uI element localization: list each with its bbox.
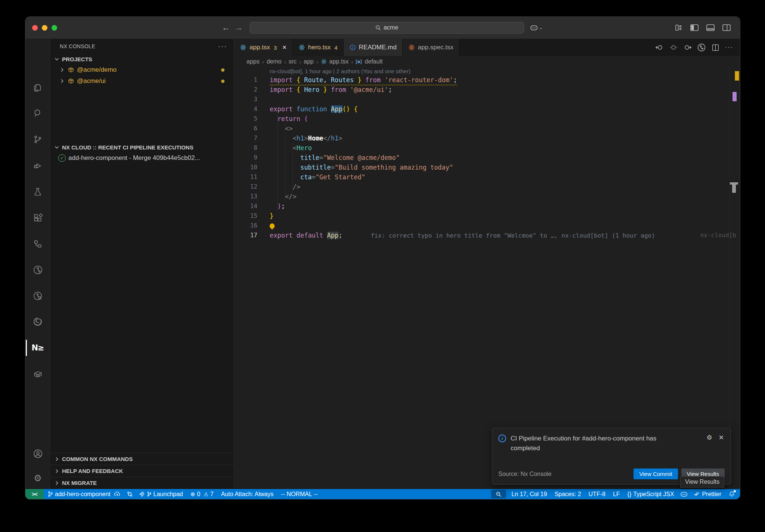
- copilot-status-item[interactable]: [678, 489, 690, 499]
- encoding-item[interactable]: UTF-8: [585, 489, 609, 499]
- breadcrumb-item[interactable]: demo: [267, 58, 282, 65]
- project-item-acme-demo[interactable]: @acme/demo: [50, 64, 234, 75]
- info-icon: [349, 44, 356, 51]
- indent-guide: [292, 143, 293, 192]
- view-commit-button[interactable]: View Commit: [634, 468, 678, 479]
- account-icon[interactable]: [25, 445, 50, 463]
- tab-app-spec-tsx[interactable]: app.spec.tsx: [403, 39, 459, 56]
- section-nx-migrate[interactable]: NX MIGRATE: [50, 477, 234, 489]
- command-center-search[interactable]: acme: [250, 22, 524, 34]
- history-forward-icon[interactable]: →: [232, 23, 245, 33]
- gear-icon[interactable]: ⚙: [707, 434, 712, 454]
- vim-mode-status-item[interactable]: -- NORMAL --: [277, 489, 321, 499]
- compare-status-item[interactable]: [124, 489, 135, 499]
- notifications-bell-item[interactable]: [725, 489, 740, 499]
- code-line[interactable]: 16: [234, 221, 740, 231]
- eol-item[interactable]: LF: [609, 489, 624, 499]
- nx-console-icon[interactable]: N≥: [25, 339, 50, 357]
- search-value: acme: [384, 24, 398, 31]
- extensions-icon[interactable]: [25, 209, 50, 227]
- container-icon[interactable]: [25, 365, 50, 383]
- projects-section-header[interactable]: PROJECTS: [50, 54, 234, 64]
- code-line[interactable]: 8 <Hero: [234, 143, 740, 153]
- remote-indicator[interactable]: ><: [25, 489, 44, 499]
- launchpad-status-item[interactable]: Launchpad: [135, 489, 187, 499]
- pipeline-execution-item[interactable]: ✓ add-hero-component - Merge 409b44e5cb0…: [50, 152, 234, 164]
- split-editor-icon[interactable]: [712, 44, 719, 52]
- code-line[interactable]: 3: [234, 95, 740, 104]
- section-common-nx-commands[interactable]: COMMON NX COMMANDS: [50, 453, 234, 465]
- gear-icon[interactable]: ⚙: [25, 469, 50, 487]
- indentation-item[interactable]: Spaces: 2: [551, 489, 585, 499]
- auto-attach-label: Auto Attach: Always: [221, 491, 274, 498]
- toggle-secondary-sidebar-icon[interactable]: [722, 24, 731, 31]
- lightbulb-icon[interactable]: [270, 223, 275, 228]
- code-line[interactable]: 2import { Hero } from '@acme/ui';: [234, 85, 740, 95]
- branch-status-item[interactable]: add-hero-component: [44, 489, 124, 499]
- cursor-position-label: Ln 17, Col 19: [511, 491, 547, 498]
- indent-guide: [285, 124, 285, 201]
- auto-attach-status-item[interactable]: Auto Attach: Always: [217, 489, 278, 499]
- layout-customize-icon[interactable]: [675, 24, 683, 31]
- copilot-menu-button[interactable]: ⌄: [530, 25, 542, 31]
- run-debug-icon[interactable]: [25, 157, 50, 175]
- gitlens-forward-icon[interactable]: [683, 44, 691, 51]
- breadcrumb-item[interactable]: apps: [247, 58, 260, 65]
- code-line[interactable]: 14 );: [234, 201, 740, 211]
- more-actions-icon[interactable]: ···: [218, 43, 227, 50]
- code-line[interactable]: 1import { Route, Routes } from 'react-ro…: [234, 75, 740, 85]
- testing-icon[interactable]: [25, 183, 50, 201]
- history-back-icon[interactable]: ←: [220, 23, 232, 33]
- toggle-sidebar-icon[interactable]: [690, 24, 699, 31]
- code-line[interactable]: 5 return (: [234, 114, 740, 124]
- close-icon[interactable]: ✕: [282, 44, 287, 51]
- code-line[interactable]: 11 cta="Get Started": [234, 172, 740, 182]
- search-icon[interactable]: [25, 104, 50, 122]
- cursor-position-item[interactable]: Ln 17, Col 19: [508, 489, 551, 499]
- breadcrumb-item[interactable]: app: [304, 58, 314, 65]
- sidebar-nx-console: NX CONSOLE ··· PROJECTS @: [50, 39, 234, 489]
- source-control-icon[interactable]: [25, 130, 50, 148]
- language-mode-item[interactable]: {} TypeScript JSX: [624, 489, 678, 499]
- code-line[interactable]: 15}: [234, 211, 740, 221]
- more-actions-icon[interactable]: ···: [725, 44, 733, 51]
- toggle-panel-icon[interactable]: [706, 24, 715, 31]
- code-line[interactable]: 12 />: [234, 182, 740, 192]
- chevron-right-icon: [59, 67, 65, 73]
- close-icon[interactable]: ✕: [719, 434, 724, 454]
- formatter-status-item[interactable]: ✓✓ Prettier: [690, 489, 725, 499]
- screencast-zoom-item[interactable]: [491, 490, 506, 498]
- code-editor[interactable]: nx-cloud[bot], 1 hour ago | 2 authors (Y…: [234, 67, 740, 489]
- section-help-and-feedback[interactable]: HELP AND FEEDBACK: [50, 465, 234, 477]
- zoom-window-button[interactable]: [52, 25, 57, 31]
- tab-hero-tsx[interactable]: hero.tsx 4: [293, 39, 344, 56]
- problems-status-item[interactable]: ⊗ 0 ⚠ 7: [187, 489, 217, 499]
- code-line[interactable]: 7 <h1>Home</h1>: [234, 133, 740, 143]
- code-line[interactable]: 6 <>: [234, 124, 740, 133]
- breadcrumb-item[interactable]: src: [289, 58, 297, 65]
- code-line[interactable]: 17export default App;fix: correct typo i…: [234, 231, 740, 240]
- project-item-acme-ui[interactable]: @acme/ui: [50, 75, 234, 87]
- minimize-window-button[interactable]: [42, 25, 47, 31]
- breadcrumb-separator: ›: [351, 59, 353, 65]
- code-line[interactable]: 13 </>: [234, 192, 740, 201]
- project-graph-icon[interactable]: [25, 235, 50, 253]
- gitlens-icon[interactable]: [25, 261, 50, 279]
- gitlens-back-icon[interactable]: [656, 44, 664, 51]
- breadcrumb-separator: ›: [299, 59, 301, 65]
- code-line[interactable]: 10 subtitle="Build something amazing tod…: [234, 163, 740, 172]
- breadcrumb-item[interactable]: default: [365, 58, 382, 65]
- explorer-icon[interactable]: [25, 79, 50, 97]
- close-window-button[interactable]: [32, 25, 38, 31]
- gitlens-inspect-icon[interactable]: [25, 287, 50, 305]
- tab-app-tsx[interactable]: app.tsx 3 ✕: [234, 39, 293, 56]
- gitlens-current-icon[interactable]: [669, 44, 678, 51]
- tab-readme-md[interactable]: README.md: [344, 39, 403, 56]
- code-line[interactable]: 4export function App() {: [234, 104, 740, 114]
- code-line[interactable]: 9 title="Welcome @acme/demo": [234, 153, 740, 163]
- commit-graph-icon[interactable]: [697, 43, 706, 52]
- overview-ruler[interactable]: [730, 67, 740, 489]
- edge-browser-icon[interactable]: [25, 313, 50, 331]
- breadcrumb-item[interactable]: app.tsx: [329, 58, 349, 65]
- nx-cloud-section-header[interactable]: NX CLOUD :: RECENT CI PIPELINE EXECUTION…: [50, 142, 234, 152]
